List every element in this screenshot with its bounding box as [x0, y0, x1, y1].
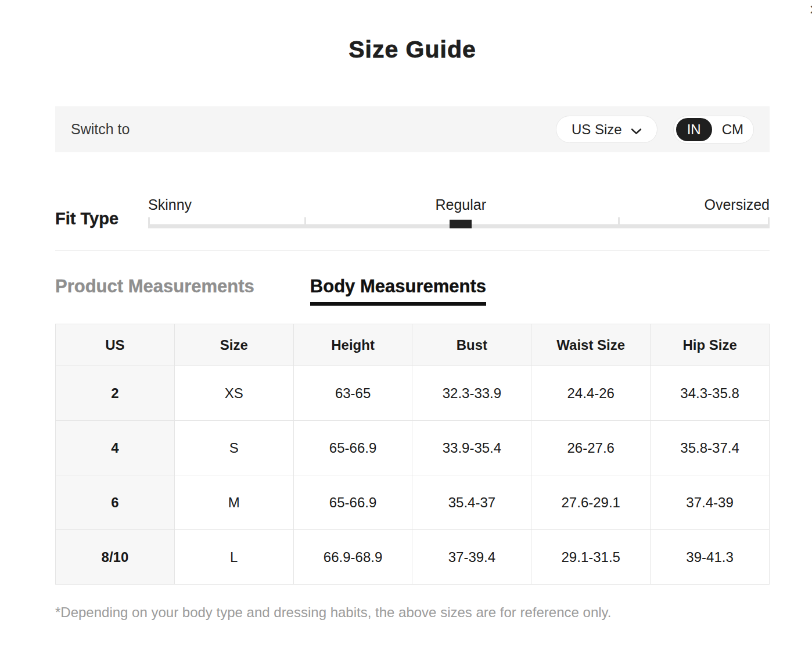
column-header: Bust	[412, 324, 531, 366]
measurement-cell: 35.8-37.4	[651, 421, 770, 475]
measurement-cell: 29.1-31.5	[531, 530, 651, 585]
measurement-cell: 35.4-37	[412, 475, 531, 530]
measurement-cell: 65-66.9	[293, 475, 412, 530]
slider-handle[interactable]	[450, 220, 472, 228]
switch-controls: US Size IN CM	[556, 116, 754, 144]
measurement-cell: 32.3-33.9	[412, 366, 531, 421]
slider-tick	[618, 217, 620, 228]
table-row: 6M65-66.935.4-3727.6-29.137.4-39	[56, 475, 770, 530]
fit-option-oversized[interactable]: Oversized	[704, 196, 770, 213]
size-guide-dialog: × Size Guide Switch to US Size IN CM	[0, 0, 812, 659]
table-row: 4S65-66.933.9-35.426-27.635.8-37.4	[56, 421, 770, 475]
slider-tick	[148, 217, 150, 228]
column-header: Height	[293, 324, 412, 366]
unit-toggle[interactable]: IN CM	[673, 116, 754, 144]
measurement-cell: 33.9-35.4	[412, 421, 531, 475]
section-divider	[55, 250, 770, 251]
slider-tick	[304, 217, 306, 228]
close-icon[interactable]: ×	[809, 0, 812, 19]
measurement-cell: 39-41.3	[651, 530, 770, 585]
measurement-cell: 66.9-68.9	[293, 530, 412, 585]
fit-option-skinny[interactable]: Skinny	[148, 196, 192, 213]
tab-body-measurements[interactable]: Body Measurements	[310, 276, 486, 306]
table-body: 2XS63-6532.3-33.924.4-2634.3-35.84S65-66…	[56, 366, 770, 585]
column-header: Size	[174, 324, 293, 366]
fit-type-section: Fit Type Skinny Regular Oversized	[55, 196, 770, 228]
size-table: USSizeHeightBustWaist SizeHip Size 2XS63…	[55, 324, 770, 585]
measurement-cell: M	[174, 475, 293, 530]
us-size-cell: 8/10	[56, 530, 175, 585]
tab-product-measurements[interactable]: Product Measurements	[55, 276, 254, 297]
us-size-cell: 4	[56, 421, 175, 475]
switch-bar: Switch to US Size IN CM	[55, 106, 770, 152]
page-title: Size Guide	[0, 36, 812, 63]
footnote: *Depending on your body type and dressin…	[55, 604, 770, 621]
measurement-cell: 65-66.9	[293, 421, 412, 475]
column-header: Waist Size	[531, 324, 651, 366]
measurement-tabs: Product Measurements Body Measurements	[55, 276, 770, 306]
column-header: Hip Size	[651, 324, 770, 366]
measurement-cell: S	[174, 421, 293, 475]
measurement-cell: 24.4-26	[531, 366, 651, 421]
measurement-cell: 37.4-39	[651, 475, 770, 530]
us-size-cell: 2	[56, 366, 175, 421]
chevron-down-icon	[631, 122, 642, 138]
measurement-cell: 34.3-35.8	[651, 366, 770, 421]
measurement-cell: L	[174, 530, 293, 585]
size-standard-value: US Size	[572, 121, 622, 138]
measurement-cell: 27.6-29.1	[531, 475, 651, 530]
table-row: 2XS63-6532.3-33.924.4-2634.3-35.8	[56, 366, 770, 421]
fit-option-regular[interactable]: Regular	[435, 196, 486, 213]
measurement-cell: 37-39.4	[412, 530, 531, 585]
column-header: US	[56, 324, 175, 366]
slider-tick	[768, 217, 770, 228]
content-container: Switch to US Size IN CM Fit Type	[55, 106, 770, 621]
measurement-cell: 63-65	[293, 366, 412, 421]
slider-track[interactable]	[148, 224, 770, 228]
measurement-cell: XS	[174, 366, 293, 421]
size-standard-dropdown[interactable]: US Size	[556, 116, 657, 143]
unit-option-cm[interactable]: CM	[712, 118, 753, 141]
table-header-row: USSizeHeightBustWaist SizeHip Size	[56, 324, 770, 366]
switch-to-label: Switch to	[71, 121, 130, 138]
fit-type-label: Fit Type	[55, 196, 148, 228]
unit-option-in[interactable]: IN	[676, 118, 712, 141]
us-size-cell: 6	[56, 475, 175, 530]
measurement-cell: 26-27.6	[531, 421, 651, 475]
table-row: 8/10L66.9-68.937-39.429.1-31.539-41.3	[56, 530, 770, 585]
fit-type-slider[interactable]: Skinny Regular Oversized	[148, 196, 770, 228]
